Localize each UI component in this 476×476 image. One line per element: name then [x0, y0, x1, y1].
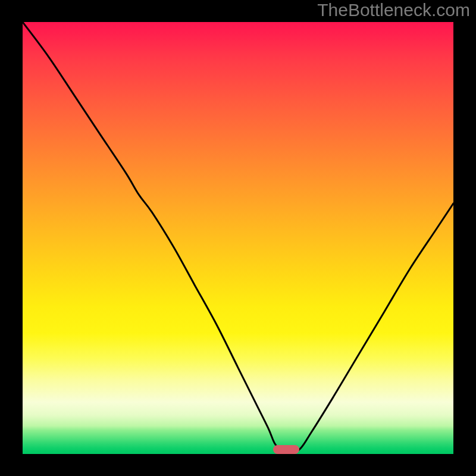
- bottom-border: [0, 454, 476, 476]
- optimum-marker: [273, 445, 299, 454]
- left-border: [0, 22, 23, 454]
- right-border: [453, 22, 476, 454]
- chart-frame: TheBottleneck.com: [0, 0, 476, 476]
- watermark-text: TheBottleneck.com: [0, 0, 476, 22]
- plot-area: [23, 22, 453, 454]
- bottleneck-curve: [23, 22, 453, 454]
